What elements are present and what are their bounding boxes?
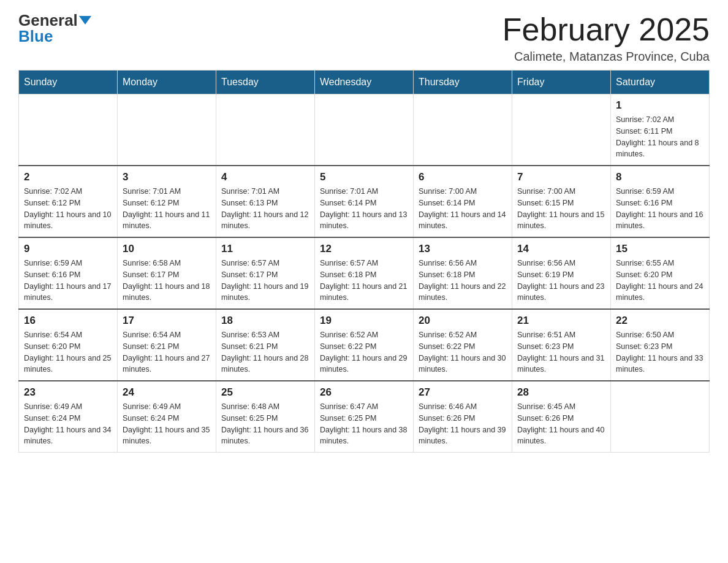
day-info: Sunrise: 6:49 AMSunset: 6:24 PMDaylight:… bbox=[123, 401, 211, 447]
day-number: 13 bbox=[419, 243, 507, 255]
day-number: 15 bbox=[616, 243, 704, 255]
day-info: Sunrise: 6:54 AMSunset: 6:20 PMDaylight:… bbox=[24, 329, 112, 375]
calendar-cell: 2Sunrise: 7:02 AMSunset: 6:12 PMDaylight… bbox=[19, 166, 118, 237]
day-info: Sunrise: 6:58 AMSunset: 6:17 PMDaylight:… bbox=[123, 258, 211, 304]
day-info: Sunrise: 6:50 AMSunset: 6:23 PMDaylight:… bbox=[616, 329, 704, 375]
calendar-cell: 20Sunrise: 6:52 AMSunset: 6:22 PMDayligh… bbox=[414, 309, 512, 381]
day-info: Sunrise: 6:49 AMSunset: 6:24 PMDaylight:… bbox=[24, 401, 112, 447]
calendar-cell: 11Sunrise: 6:57 AMSunset: 6:17 PMDayligh… bbox=[216, 237, 315, 309]
logo-general-text: General bbox=[18, 12, 78, 28]
calendar-cell: 17Sunrise: 6:54 AMSunset: 6:21 PMDayligh… bbox=[118, 309, 216, 381]
day-info: Sunrise: 7:01 AMSunset: 6:12 PMDaylight:… bbox=[123, 186, 211, 232]
calendar-cell: 6Sunrise: 7:00 AMSunset: 6:14 PMDaylight… bbox=[414, 166, 512, 237]
day-info: Sunrise: 6:54 AMSunset: 6:21 PMDaylight:… bbox=[123, 329, 211, 375]
day-info: Sunrise: 7:00 AMSunset: 6:15 PMDaylight:… bbox=[517, 186, 605, 232]
calendar-cell bbox=[414, 94, 512, 166]
day-of-week-header: Monday bbox=[118, 71, 216, 94]
day-number: 10 bbox=[123, 243, 211, 255]
calendar-cell: 26Sunrise: 6:47 AMSunset: 6:25 PMDayligh… bbox=[315, 381, 414, 453]
day-number: 23 bbox=[24, 386, 112, 399]
day-info: Sunrise: 6:57 AMSunset: 6:18 PMDaylight:… bbox=[320, 258, 408, 304]
day-number: 14 bbox=[517, 243, 605, 255]
day-of-week-header: Friday bbox=[512, 71, 611, 94]
day-info: Sunrise: 7:02 AMSunset: 6:12 PMDaylight:… bbox=[24, 186, 112, 232]
day-number: 26 bbox=[320, 386, 408, 399]
calendar-cell: 14Sunrise: 6:56 AMSunset: 6:19 PMDayligh… bbox=[512, 237, 611, 309]
day-info: Sunrise: 6:53 AMSunset: 6:21 PMDaylight:… bbox=[221, 329, 309, 375]
logo-blue-text: Blue bbox=[18, 28, 53, 44]
day-number: 9 bbox=[24, 243, 112, 255]
day-number: 4 bbox=[221, 171, 309, 183]
calendar-week-row: 9Sunrise: 6:59 AMSunset: 6:16 PMDaylight… bbox=[19, 237, 710, 309]
calendar-cell bbox=[512, 94, 611, 166]
calendar-cell: 4Sunrise: 7:01 AMSunset: 6:13 PMDaylight… bbox=[216, 166, 315, 237]
day-info: Sunrise: 6:52 AMSunset: 6:22 PMDaylight:… bbox=[320, 329, 408, 375]
calendar-cell: 22Sunrise: 6:50 AMSunset: 6:23 PMDayligh… bbox=[611, 309, 710, 381]
day-number: 1 bbox=[616, 99, 704, 112]
calendar-week-row: 2Sunrise: 7:02 AMSunset: 6:12 PMDaylight… bbox=[19, 166, 710, 237]
calendar-cell: 16Sunrise: 6:54 AMSunset: 6:20 PMDayligh… bbox=[19, 309, 118, 381]
calendar-cell: 12Sunrise: 6:57 AMSunset: 6:18 PMDayligh… bbox=[315, 237, 414, 309]
day-of-week-header: Tuesday bbox=[216, 71, 315, 94]
day-number: 20 bbox=[419, 315, 507, 327]
calendar-cell: 8Sunrise: 6:59 AMSunset: 6:16 PMDaylight… bbox=[611, 166, 710, 237]
day-number: 7 bbox=[517, 171, 605, 183]
day-of-week-header: Thursday bbox=[414, 71, 512, 94]
calendar-cell: 3Sunrise: 7:01 AMSunset: 6:12 PMDaylight… bbox=[118, 166, 216, 237]
day-number: 6 bbox=[419, 171, 507, 183]
day-info: Sunrise: 7:01 AMSunset: 6:13 PMDaylight:… bbox=[221, 186, 309, 232]
calendar-cell: 25Sunrise: 6:48 AMSunset: 6:25 PMDayligh… bbox=[216, 381, 315, 453]
day-info: Sunrise: 6:57 AMSunset: 6:17 PMDaylight:… bbox=[221, 258, 309, 304]
calendar-cell: 13Sunrise: 6:56 AMSunset: 6:18 PMDayligh… bbox=[414, 237, 512, 309]
location-text: Calimete, Matanzas Province, Cuba bbox=[502, 50, 710, 64]
calendar-week-row: 23Sunrise: 6:49 AMSunset: 6:24 PMDayligh… bbox=[19, 381, 710, 453]
calendar-week-row: 1Sunrise: 7:02 AMSunset: 6:11 PMDaylight… bbox=[19, 94, 710, 166]
day-number: 2 bbox=[24, 171, 112, 183]
calendar-cell: 18Sunrise: 6:53 AMSunset: 6:21 PMDayligh… bbox=[216, 309, 315, 381]
calendar-cell: 19Sunrise: 6:52 AMSunset: 6:22 PMDayligh… bbox=[315, 309, 414, 381]
calendar-cell: 23Sunrise: 6:49 AMSunset: 6:24 PMDayligh… bbox=[19, 381, 118, 453]
day-of-week-header: Wednesday bbox=[315, 71, 414, 94]
day-number: 12 bbox=[320, 243, 408, 255]
day-number: 25 bbox=[221, 386, 309, 399]
day-info: Sunrise: 6:51 AMSunset: 6:23 PMDaylight:… bbox=[517, 329, 605, 375]
title-section: February 2025 Calimete, Matanzas Provinc… bbox=[502, 12, 710, 64]
day-number: 22 bbox=[616, 315, 704, 327]
calendar-cell: 5Sunrise: 7:01 AMSunset: 6:14 PMDaylight… bbox=[315, 166, 414, 237]
calendar-cell bbox=[216, 94, 315, 166]
day-number: 19 bbox=[320, 315, 408, 327]
day-number: 18 bbox=[221, 315, 309, 327]
month-title: February 2025 bbox=[502, 12, 710, 47]
day-info: Sunrise: 6:56 AMSunset: 6:19 PMDaylight:… bbox=[517, 258, 605, 304]
logo: General Blue bbox=[18, 12, 91, 44]
calendar-cell: 24Sunrise: 6:49 AMSunset: 6:24 PMDayligh… bbox=[118, 381, 216, 453]
calendar-table: SundayMondayTuesdayWednesdayThursdayFrid… bbox=[18, 70, 710, 453]
calendar-cell: 10Sunrise: 6:58 AMSunset: 6:17 PMDayligh… bbox=[118, 237, 216, 309]
calendar-header-row: SundayMondayTuesdayWednesdayThursdayFrid… bbox=[19, 71, 710, 94]
calendar-cell: 28Sunrise: 6:45 AMSunset: 6:26 PMDayligh… bbox=[512, 381, 611, 453]
day-of-week-header: Saturday bbox=[611, 71, 710, 94]
calendar-cell: 21Sunrise: 6:51 AMSunset: 6:23 PMDayligh… bbox=[512, 309, 611, 381]
day-number: 27 bbox=[419, 386, 507, 399]
page-header: General Blue February 2025 Calimete, Mat… bbox=[18, 12, 710, 64]
calendar-cell: 9Sunrise: 6:59 AMSunset: 6:16 PMDaylight… bbox=[19, 237, 118, 309]
day-number: 28 bbox=[517, 386, 605, 399]
calendar-week-row: 16Sunrise: 6:54 AMSunset: 6:20 PMDayligh… bbox=[19, 309, 710, 381]
day-info: Sunrise: 6:59 AMSunset: 6:16 PMDaylight:… bbox=[616, 186, 704, 232]
day-info: Sunrise: 6:52 AMSunset: 6:22 PMDaylight:… bbox=[419, 329, 507, 375]
day-info: Sunrise: 7:00 AMSunset: 6:14 PMDaylight:… bbox=[419, 186, 507, 232]
day-info: Sunrise: 7:01 AMSunset: 6:14 PMDaylight:… bbox=[320, 186, 408, 232]
day-info: Sunrise: 6:59 AMSunset: 6:16 PMDaylight:… bbox=[24, 258, 112, 304]
day-info: Sunrise: 6:56 AMSunset: 6:18 PMDaylight:… bbox=[419, 258, 507, 304]
day-info: Sunrise: 6:45 AMSunset: 6:26 PMDaylight:… bbox=[517, 401, 605, 447]
day-of-week-header: Sunday bbox=[19, 71, 118, 94]
calendar-cell bbox=[315, 94, 414, 166]
day-number: 8 bbox=[616, 171, 704, 183]
day-number: 16 bbox=[24, 315, 112, 327]
day-number: 24 bbox=[123, 386, 211, 399]
day-info: Sunrise: 6:46 AMSunset: 6:26 PMDaylight:… bbox=[419, 401, 507, 447]
day-number: 21 bbox=[517, 315, 605, 327]
calendar-cell bbox=[118, 94, 216, 166]
calendar-cell: 15Sunrise: 6:55 AMSunset: 6:20 PMDayligh… bbox=[611, 237, 710, 309]
day-number: 11 bbox=[221, 243, 309, 255]
